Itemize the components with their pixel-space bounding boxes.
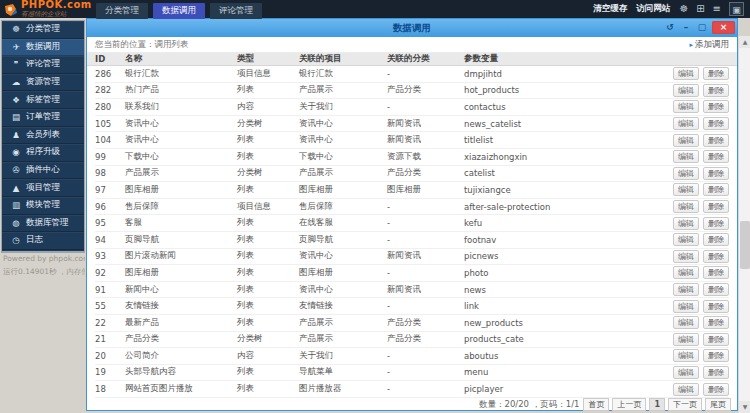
sidebar-item[interactable]: ▥模块管理 [2,197,84,215]
monitor-icon[interactable]: ▣ [729,2,744,16]
sidebar-item[interactable]: ☁资源管理 [2,74,84,92]
edit-button[interactable]: 编辑 [673,117,699,130]
gear-icon[interactable]: ☸ [679,2,688,16]
cell-name: 页脚导航 [125,234,237,246]
add-call-button[interactable]: ▸ 添加调用 [689,39,729,51]
close-icon[interactable]: × [712,21,735,34]
cell-type: 内容 [237,350,299,362]
edit-button[interactable]: 编辑 [673,100,699,113]
delete-button[interactable]: 删除 [703,183,729,196]
module-tab[interactable]: 评论管理 [210,3,262,19]
cell-param: link [464,301,663,311]
cell-id: 94 [95,235,125,245]
delete-button[interactable]: 删除 [703,67,729,80]
edit-button[interactable]: 编辑 [673,200,699,213]
delete-button[interactable]: 删除 [703,366,729,379]
scroll-up-arrow-icon[interactable]: ▲ [739,36,750,48]
cell-project: 关于我们 [299,350,387,362]
sidebar-item[interactable]: ☸分类管理 [2,21,84,39]
delete-button[interactable]: 删除 [703,233,729,246]
sidebar-item[interactable]: ❖标签管理 [2,91,84,109]
sidebar-item-label: 模块管理 [26,199,60,211]
edit-button[interactable]: 编辑 [673,84,699,97]
topbar: PHPOK.com 有感情的企业站 分类管理数据调用评论管理 清空缓存 访问网站… [0,0,750,18]
edit-button[interactable]: 编辑 [673,316,699,329]
delete-button[interactable]: 删除 [703,167,729,180]
delete-button[interactable]: 删除 [703,316,729,329]
delete-button[interactable]: 删除 [703,200,729,213]
sidebar-item[interactable]: ▲项目管理 [2,179,84,197]
clear-cache-link[interactable]: 清空缓存 [593,3,627,15]
edit-button[interactable]: 编辑 [673,250,699,263]
edit-button[interactable]: 编辑 [673,333,699,346]
edit-button[interactable]: 编辑 [673,383,699,396]
cell-type: 列表 [237,366,299,378]
col-header-type: 类型 [237,53,299,65]
minimize-icon[interactable]: – [680,21,692,34]
module-tab[interactable]: 数据调用 [153,3,205,19]
edit-button[interactable]: 编辑 [673,349,699,362]
cell-id: 55 [95,301,125,311]
page-button[interactable]: 首页 [583,398,609,411]
edit-button[interactable]: 编辑 [673,217,699,230]
edit-button[interactable]: 编辑 [673,283,699,296]
delete-button[interactable]: 删除 [703,383,729,396]
modules-grid-icon[interactable]: ⊞ [696,2,704,16]
delete-button[interactable]: 删除 [703,100,729,113]
sidebar-item[interactable]: ✇插件中心 [2,162,84,180]
cell-type: 列表 [237,151,299,163]
sidebar-item[interactable]: ♟会员列表 [2,127,84,145]
visit-site-link[interactable]: 访问网站 [636,3,670,15]
cell-project: 资讯中心 [299,284,387,296]
edit-button[interactable]: 编辑 [673,300,699,313]
cell-category: - [387,367,464,377]
edit-button[interactable]: 编辑 [673,134,699,147]
table-row: 22最新产品列表产品展示产品分类new_products编辑删除 [95,315,729,332]
cell-project: 资讯中心 [299,118,387,130]
refresh-icon[interactable]: ↺ [664,21,676,34]
sidebar-item[interactable]: ◉程序升级 [2,144,84,162]
delete-button[interactable]: 删除 [703,217,729,230]
page-title: 数据调用 [393,22,431,35]
module-tab[interactable]: 分类管理 [96,3,148,19]
list-icon[interactable]: ≡ [713,2,721,16]
delete-button[interactable]: 删除 [703,117,729,130]
delete-button[interactable]: 删除 [703,349,729,362]
row-actions: 编辑删除 [663,167,729,180]
edit-button[interactable]: 编辑 [673,366,699,379]
cell-category: 新闻资讯 [387,250,464,262]
edit-button[interactable]: 编辑 [673,233,699,246]
delete-button[interactable]: 删除 [703,283,729,296]
vertical-scrollbar[interactable]: ▲ ▼ [738,36,750,413]
scroll-down-arrow-icon[interactable]: ▼ [739,401,750,413]
delete-button[interactable]: 删除 [703,250,729,263]
delete-button[interactable]: 删除 [703,150,729,163]
sidebar-item[interactable]: ◷日志 [2,232,84,250]
sidebar-item[interactable]: ❞评论管理 [2,56,84,74]
sidebar-item[interactable]: ▤订单管理 [2,109,84,127]
delete-button[interactable]: 删除 [703,134,729,147]
cell-name: 下载中心 [125,151,237,163]
delete-button[interactable]: 删除 [703,84,729,97]
edit-button[interactable]: 编辑 [673,167,699,180]
cell-name: 资讯中心 [125,134,237,146]
page-button[interactable]: 尾页 [705,398,731,411]
delete-button[interactable]: 删除 [703,266,729,279]
page-button[interactable]: 上一页 [612,398,646,411]
table-row: 104资讯中心列表资讯中心新闻资讯titlelist编辑删除 [95,132,729,149]
cell-type: 列表 [237,184,299,196]
edit-button[interactable]: 编辑 [673,150,699,163]
page-button[interactable]: 1 [649,398,665,411]
delete-button[interactable]: 删除 [703,300,729,313]
scrollbar-thumb[interactable] [740,221,750,269]
edit-button[interactable]: 编辑 [673,266,699,279]
arrow-right-icon: ▸ [689,41,693,49]
sidebar-item[interactable]: ✈数据调用 [2,39,84,57]
sidebar-item[interactable]: ◍数据库管理 [2,215,84,233]
cell-id: 98 [95,168,125,178]
page-button[interactable]: 下一页 [668,398,702,411]
delete-button[interactable]: 删除 [703,333,729,346]
edit-button[interactable]: 编辑 [673,183,699,196]
maximize-icon[interactable]: ▢ [696,21,708,34]
edit-button[interactable]: 编辑 [673,67,699,80]
